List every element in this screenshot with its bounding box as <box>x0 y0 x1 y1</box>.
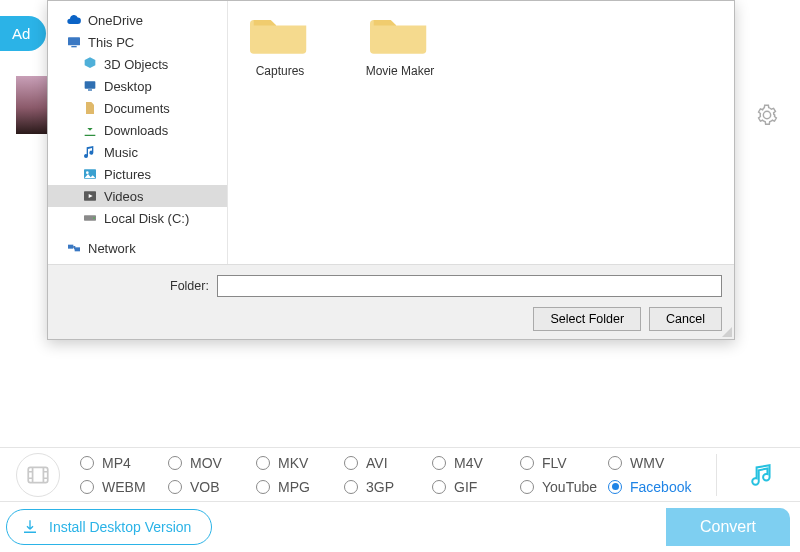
radio-icon <box>432 456 446 470</box>
radio-icon <box>168 456 182 470</box>
tree-item-local-disk-c-[interactable]: Local Disk (C:) <box>48 207 227 229</box>
svg-rect-0 <box>68 37 80 45</box>
tree-item-documents[interactable]: Documents <box>48 97 227 119</box>
format-flv[interactable]: FLV <box>520 455 608 471</box>
radio-icon <box>168 480 182 494</box>
format-webm[interactable]: WEBM <box>80 479 168 495</box>
tree-item-this-pc[interactable]: This PC <box>48 31 227 53</box>
nav-tree[interactable]: OneDriveThis PC3D ObjectsDesktopDocument… <box>48 1 228 264</box>
tree-item-label: Desktop <box>104 79 152 94</box>
format-bar: MP4MOVMKVAVIM4VFLVWMVWEBMVOBMPG3GPGIFYou… <box>0 447 800 502</box>
format-mkv[interactable]: MKV <box>256 455 344 471</box>
format-label: VOB <box>190 479 220 495</box>
tree-item-3d-objects[interactable]: 3D Objects <box>48 53 227 75</box>
video-mode-button[interactable] <box>16 453 60 497</box>
downloads-icon <box>82 122 98 138</box>
format-vob[interactable]: VOB <box>168 479 256 495</box>
audio-mode-button[interactable] <box>740 453 784 497</box>
bottom-bar: Install Desktop Version Convert <box>0 502 800 552</box>
folder-item[interactable]: Captures <box>240 9 320 78</box>
tree-item-downloads[interactable]: Downloads <box>48 119 227 141</box>
format-label: MPG <box>278 479 310 495</box>
music-icon <box>749 462 775 488</box>
folder-field-label: Folder: <box>170 279 209 293</box>
pictures-icon <box>82 166 98 182</box>
svg-rect-3 <box>88 89 92 90</box>
pc-icon <box>66 34 82 50</box>
format-mp4[interactable]: MP4 <box>80 455 168 471</box>
radio-icon <box>80 456 94 470</box>
install-desktop-label: Install Desktop Version <box>49 519 191 535</box>
folder-icon <box>250 9 310 57</box>
tree-item-label: Pictures <box>104 167 151 182</box>
folder-pane[interactable]: CapturesMovie Maker <box>228 1 734 264</box>
format-mpg[interactable]: MPG <box>256 479 344 495</box>
install-desktop-button[interactable]: Install Desktop Version <box>6 509 212 545</box>
cancel-button[interactable]: Cancel <box>649 307 722 331</box>
tree-item-label: Music <box>104 145 138 160</box>
tree-item-music[interactable]: Music <box>48 141 227 163</box>
format-gif[interactable]: GIF <box>432 479 520 495</box>
divider <box>716 454 717 496</box>
svg-rect-10 <box>75 247 80 251</box>
folder-input[interactable] <box>217 275 722 297</box>
format-label: WEBM <box>102 479 146 495</box>
format-wmv[interactable]: WMV <box>608 455 696 471</box>
tree-item-pictures[interactable]: Pictures <box>48 163 227 185</box>
folder-picker-dialog: OneDriveThis PC3D ObjectsDesktopDocument… <box>47 0 735 340</box>
format-label: YouTube <box>542 479 597 495</box>
format-label: WMV <box>630 455 664 471</box>
tree-item-label: Downloads <box>104 123 168 138</box>
settings-button[interactable] <box>756 104 778 129</box>
format-label: GIF <box>454 479 477 495</box>
svg-rect-11 <box>28 467 48 482</box>
format-label: MOV <box>190 455 222 471</box>
tree-item-network[interactable]: Network <box>48 237 227 259</box>
format-label: MP4 <box>102 455 131 471</box>
desktop-icon <box>82 78 98 94</box>
tree-item-videos[interactable]: Videos <box>48 185 227 207</box>
format-youtube[interactable]: YouTube <box>520 479 608 495</box>
resize-grip-icon[interactable] <box>722 327 732 337</box>
radio-icon <box>256 456 270 470</box>
tree-item-onedrive[interactable]: OneDrive <box>48 9 227 31</box>
format-label: 3GP <box>366 479 394 495</box>
radio-icon <box>344 456 358 470</box>
radio-icon <box>520 480 534 494</box>
radio-icon <box>520 456 534 470</box>
format-label: AVI <box>366 455 388 471</box>
add-button[interactable]: Ad <box>0 16 46 51</box>
tree-item-desktop[interactable]: Desktop <box>48 75 227 97</box>
svg-point-5 <box>86 171 89 174</box>
format-3gp[interactable]: 3GP <box>344 479 432 495</box>
svg-point-8 <box>93 217 94 218</box>
radio-icon <box>80 480 94 494</box>
radio-icon <box>608 480 622 494</box>
cloud-icon <box>66 12 82 28</box>
format-label: Facebook <box>630 479 691 495</box>
radio-icon <box>256 480 270 494</box>
tree-item-label: Local Disk (C:) <box>104 211 189 226</box>
format-facebook[interactable]: Facebook <box>608 479 696 495</box>
format-m4v[interactable]: M4V <box>432 455 520 471</box>
dialog-footer: Folder: Select Folder Cancel <box>48 264 734 339</box>
format-label: MKV <box>278 455 308 471</box>
radio-icon <box>608 456 622 470</box>
tree-item-label: OneDrive <box>88 13 143 28</box>
tree-item-label: Videos <box>104 189 144 204</box>
select-folder-button[interactable]: Select Folder <box>533 307 641 331</box>
svg-rect-9 <box>68 245 73 249</box>
folder-item[interactable]: Movie Maker <box>360 9 440 78</box>
tree-item-label: Network <box>88 241 136 256</box>
disk-icon <box>82 210 98 226</box>
convert-button[interactable]: Convert <box>666 508 790 546</box>
svg-rect-2 <box>85 81 96 88</box>
folder-label: Movie Maker <box>366 64 435 78</box>
format-mov[interactable]: MOV <box>168 455 256 471</box>
videos-icon <box>82 188 98 204</box>
svg-rect-1 <box>71 46 76 47</box>
format-label: FLV <box>542 455 567 471</box>
tree-item-label: Documents <box>104 101 170 116</box>
format-avi[interactable]: AVI <box>344 455 432 471</box>
radio-icon <box>432 480 446 494</box>
